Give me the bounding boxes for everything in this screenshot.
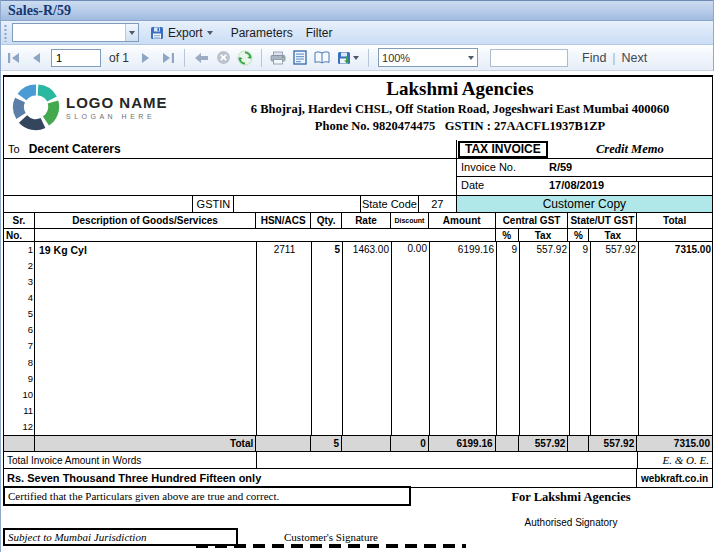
gstin-label: GSTIN [193, 196, 234, 212]
company-address: 6 Bhojraj, Hardevi CHSL, Off Station Roa… [204, 102, 714, 117]
totals-sr-empty [4, 436, 35, 451]
column-line [429, 242, 430, 435]
find-button[interactable]: Find [582, 51, 606, 65]
zoom-combo[interactable]: 100% [378, 48, 478, 67]
column-line [342, 242, 343, 435]
header-discount: Discount [391, 213, 429, 228]
item-rate: 1463.00 [343, 244, 389, 255]
logo-swirl-icon [12, 83, 60, 131]
column-line [34, 242, 35, 435]
gstin-row: GSTIN State Code 27 Customer Copy [4, 195, 712, 212]
totals-discount: 0 [391, 436, 429, 451]
stop-icon [216, 50, 231, 65]
serial-number: 11 [4, 403, 33, 419]
header-sgst-tax: Tax [589, 229, 637, 241]
invoice-type-row: TAX INVOICE Credit Memo [457, 140, 712, 159]
serial-number: 12 [4, 419, 33, 435]
print-button[interactable] [267, 48, 289, 68]
print-layout-button[interactable] [289, 48, 311, 68]
copy-type-band: Customer Copy [457, 196, 712, 212]
serial-number: 4 [4, 290, 33, 306]
header-sgst-pct: % [568, 229, 589, 241]
filter-button[interactable]: Filter [301, 24, 338, 42]
invoice-info-block: TAX INVOICE Credit Memo Invoice No. R/59… [456, 140, 712, 195]
header-cgst-pct: % [496, 229, 519, 241]
toolbar-grip[interactable] [3, 24, 8, 42]
item-cgst-pct: 9 [497, 244, 517, 255]
export-button[interactable]: Export [145, 24, 218, 42]
next-page-icon [141, 52, 151, 64]
amount-words-value-row: Rs. Seven Thousand Three Hundred Fifteen… [4, 469, 712, 487]
printer-icon [270, 51, 286, 65]
first-page-button[interactable] [3, 48, 25, 68]
back-button[interactable] [190, 48, 212, 68]
zoom-value: 100% [379, 52, 410, 64]
date-label: Date [461, 179, 484, 191]
tear-off-dashed-line [196, 544, 466, 548]
totals-hsn-empty [256, 436, 311, 451]
parameters-button[interactable]: Parameters [226, 24, 298, 42]
column-line [496, 242, 497, 435]
report-selector-dropdown[interactable] [125, 24, 138, 41]
last-page-icon [161, 52, 175, 64]
column-line [590, 242, 591, 435]
refresh-button[interactable] [234, 48, 256, 68]
page-count-label: of 1 [109, 51, 129, 65]
item-description: 19 Kg Cyl [39, 244, 87, 256]
filter-label: Filter [306, 26, 333, 40]
authorised-signatory-label: Authorised Signatory [461, 517, 681, 528]
column-line [391, 242, 392, 435]
amount-words-header-row: Total Invoice Amount in Words E. & O. E. [4, 451, 712, 469]
header-total-empty [637, 229, 712, 241]
next-page-button[interactable] [135, 48, 157, 68]
current-page-input[interactable] [51, 49, 101, 67]
invoice-no-label: Invoice No. [461, 161, 516, 173]
serial-number: 9 [4, 371, 33, 387]
invoice-no-value: R/59 [549, 161, 572, 173]
item-total: 7315.00 [639, 244, 711, 255]
next-button[interactable]: Next [622, 51, 648, 65]
refresh-icon [237, 50, 253, 66]
stop-button[interactable] [212, 48, 234, 68]
credit-memo-label: Credit Memo [548, 142, 712, 157]
header-total: Total [637, 213, 712, 228]
export-data-button[interactable] [333, 48, 363, 68]
report-selector-combo[interactable] [12, 23, 139, 42]
chevron-down-icon [353, 56, 359, 60]
toolbar-separator [184, 49, 185, 67]
last-page-button[interactable] [157, 48, 179, 68]
item-row-1: 19 Kg Cyl 2711 5 1463.00 0.00 6199.16 9 … [4, 242, 712, 258]
header-span-empty [35, 229, 496, 241]
eoe-label: E. & O. E. [637, 452, 712, 468]
page-setup-button[interactable] [311, 48, 333, 68]
header-no: No. [4, 229, 35, 241]
logo-name: LOGO NAME [66, 94, 168, 111]
customer-signature-label: Customer's Signature [241, 531, 421, 543]
zoom-dropdown[interactable] [464, 49, 477, 66]
previous-page-button[interactable] [25, 48, 47, 68]
item-sgst-pct: 9 [570, 244, 588, 255]
serial-number: 6 [4, 322, 33, 338]
item-sgst-tax: 557.92 [591, 244, 636, 255]
invoice-date-row: Date 17/08/2019 [457, 177, 712, 194]
export-label: Export [168, 26, 203, 40]
header-amount: Amount [429, 213, 496, 228]
serial-number: 7 [4, 338, 33, 354]
chevron-down-icon [468, 56, 474, 60]
toolbar-separator [368, 49, 369, 67]
header-state-gst: State/UT GST [568, 213, 637, 228]
item-discount: 0.00 [392, 243, 427, 254]
invoice-type-label: TAX INVOICE [458, 141, 548, 158]
chevron-down-icon [207, 31, 213, 35]
totals-sgst-tax: 557.92 [589, 436, 637, 451]
company-logo: LOGO NAME SLOGAN HERE [12, 83, 168, 131]
find-text-input[interactable] [490, 49, 568, 67]
serial-number: 2 [4, 258, 33, 274]
certified-statement: Certified that the Particulars given abo… [3, 486, 411, 506]
column-line [638, 242, 639, 435]
header-cgst-tax: Tax [519, 229, 569, 241]
table-header-row-2: No. % Tax % Tax [4, 229, 712, 242]
invoice-number-row: Invoice No. R/59 [457, 159, 712, 177]
date-value: 17/08/2019 [549, 179, 604, 191]
report-viewer-window: Sales-R/59 Export Parameters Filter [0, 0, 714, 552]
